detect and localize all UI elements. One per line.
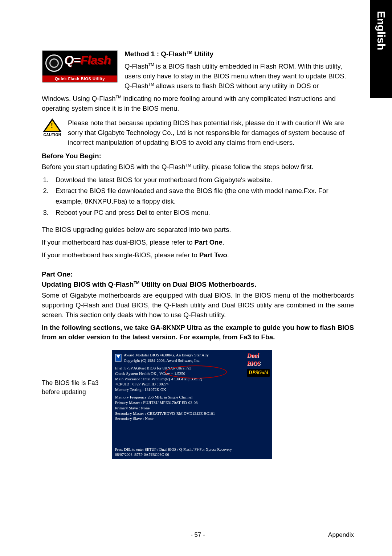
qflash-wordmark: Q=Flash	[64, 53, 111, 67]
dps-gold-badge: DPSGold	[247, 369, 270, 377]
bios-l10: Secondary Slave : None	[115, 416, 269, 421]
bios-screenshot: Award Modular BIOS v6.00PG, An Energy St…	[112, 350, 272, 459]
bios-header: Award Modular BIOS v6.00PG, An Energy St…	[115, 352, 269, 363]
language-tab: English	[370, 0, 392, 98]
caution-icon: ! CAUTION	[42, 118, 63, 147]
bios-highlight-circle	[165, 365, 227, 379]
bios-l8: Primary Slave : None	[115, 405, 269, 411]
language-tab-text: English	[375, 11, 387, 50]
partone-heading: Part One:	[42, 270, 354, 278]
before-steps: Download the latest BIOS for your mother…	[50, 175, 354, 218]
bios-l6: Memory Frequency 266 MHz in Single Chann…	[115, 394, 269, 400]
caution-label: CAUTION	[42, 133, 63, 137]
partone-p2: In the following sections, we take GA-8K…	[42, 323, 354, 343]
bios-h2: Copyright (C) 1984-2003, Award Software,…	[124, 358, 209, 363]
partone-title: Updating BIOS with Q-FlashTM Utility on …	[42, 281, 354, 289]
caution-block: ! CAUTION Please note that because updat…	[42, 118, 354, 147]
step-3: Reboot your PC and press Del to enter BI…	[50, 208, 354, 218]
caution-text: Please note that because updating BIOS h…	[68, 118, 354, 147]
method-body-right: Q-FlashTM is a BIOS flash utility embedd…	[124, 62, 354, 91]
before-heading: Before You Begin:	[42, 152, 354, 160]
bios-row: The BIOS file is Fa3 before updating Awa…	[42, 350, 354, 459]
bios-l7: Primary Master : FUJITSU MPE3170AT ED-03…	[115, 400, 269, 405]
step-2: Extract the BIOS file downloaded and sav…	[50, 186, 354, 207]
bios-l4: <CPUID : 0F27 Patch ID : 0027>	[115, 381, 269, 387]
bios-l9: Secondary Master : CREATIVEDVD-RM DVD124…	[115, 411, 269, 416]
method-text: Method 1 : Q-FlashTM Utility Q-FlashTM i…	[124, 50, 354, 91]
qflash-clock-icon	[45, 54, 63, 72]
bios-f1: Press DEL to enter SETUP / Dual BIOS / Q…	[115, 447, 269, 452]
step-1: Download the latest BIOS for your mother…	[50, 175, 354, 185]
section-label: Appendix	[328, 531, 354, 539]
page-footer: - 57 - Appendix	[42, 529, 354, 539]
guides-l2: If your motherboard has dual-BIOS, pleas…	[42, 238, 354, 248]
award-logo-icon	[115, 354, 122, 362]
qflash-logo-bar: Quick Flash BIOS Utility	[42, 75, 117, 82]
page-number: - 57 -	[191, 531, 205, 539]
bios-note: The BIOS file is Fa3 before updating	[42, 350, 103, 396]
bios-h1: Award Modular BIOS v6.00PG, An Energy St…	[124, 352, 209, 358]
bios-footer: Press DEL to enter SETUP / Dual BIOS / Q…	[115, 447, 269, 457]
page-content: Q=Flash Quick Flash BIOS Utility Method …	[42, 50, 354, 459]
guides-l3: If your motherboard has single-BIOS, ple…	[42, 250, 354, 260]
method-row: Q=Flash Quick Flash BIOS Utility Method …	[42, 50, 354, 91]
method-body-below: Windows. Using Q-FlashTM indicating no m…	[42, 94, 354, 114]
dual-bios-badge: DualBIOS	[247, 352, 270, 367]
bios-f2: 08/07/2003-i875P-6A79BG03C-00	[115, 452, 269, 457]
before-intro: Before you start updating BIOS with the …	[42, 162, 354, 172]
bios-badges: DualBIOS DPSGold	[247, 352, 270, 377]
method-title: Method 1 : Q-FlashTM Utility	[124, 50, 354, 58]
partone-p1: Some of Gigabyte motherboards are equipp…	[42, 291, 354, 320]
bios-l5: Memory Testing : 131072K OK	[115, 387, 269, 392]
bios-lines-2: Memory Frequency 266 MHz in Single Chann…	[115, 394, 269, 421]
guides-l1: The BIOS upgrading guides below are sepa…	[42, 225, 354, 235]
qflash-logo: Q=Flash Quick Flash BIOS Utility	[42, 50, 118, 83]
